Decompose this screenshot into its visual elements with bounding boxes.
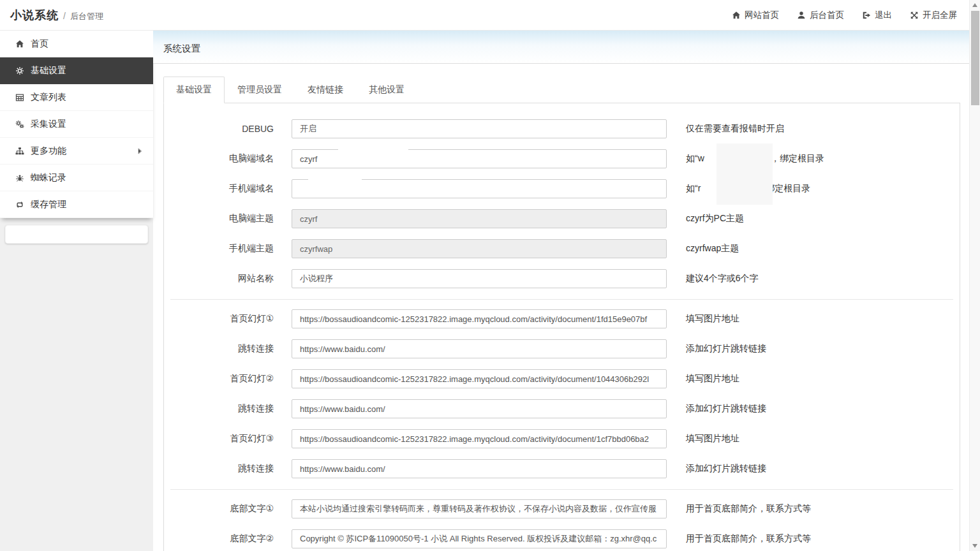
field-label: 跳转连接: [164, 403, 292, 415]
scrollbar-thumb[interactable]: [971, 11, 979, 105]
tab-other-settings[interactable]: 其他设置: [356, 77, 417, 103]
field-label: 首页幻灯③: [164, 433, 292, 444]
redaction-box: [716, 143, 773, 205]
nav-fullscreen[interactable]: 开启全屏: [910, 10, 957, 21]
field-help: 填写图片地址: [686, 313, 739, 325]
sidebar-item-home[interactable]: 首页: [0, 31, 153, 57]
redaction-box: [308, 171, 362, 186]
form-row: 底部文字① 用于首页底部简介，联系方式等: [164, 499, 960, 518]
field-label: 手机端域名: [164, 183, 292, 195]
field-help: 添加幻灯片跳转链接: [686, 463, 766, 474]
footer-text2-input[interactable]: [292, 529, 667, 548]
field-help: 建议4个字或6个字: [686, 273, 759, 284]
form-row: 手机端域名 如“r，绑定根目录: [164, 179, 960, 198]
form-row: 电脑端主题 czyrf为PC主题: [164, 209, 960, 228]
logout-icon: [862, 11, 871, 20]
field-help: 用于首页底部简介，联系方式等: [686, 533, 811, 545]
field-label: 首页幻灯②: [164, 373, 292, 385]
slide2-link-input[interactable]: [292, 399, 667, 418]
slide3-url-input[interactable]: [292, 429, 667, 448]
settings-form: DEBUG 仅在需要查看报错时开启 电脑端域名 如“wm”，绑定根目录 手机端域…: [163, 103, 960, 551]
sitemap-icon: [15, 147, 24, 156]
footer-text1-input[interactable]: [292, 499, 667, 518]
field-help: 填写图片地址: [686, 433, 739, 444]
slide2-url-input[interactable]: [292, 369, 667, 388]
sidebar-item-spider-records[interactable]: 蜘蛛记录: [0, 165, 153, 191]
sidebar: 首页 基础设置 文章列表 采集设置 更多功能 蜘蛛记录: [0, 31, 153, 551]
form-row: 网站名称 建议4个字或6个字: [164, 269, 960, 288]
field-help: czyrfwap主题: [686, 243, 739, 254]
nav-site-home[interactable]: 网站首页: [732, 10, 779, 21]
page-title: 系统设置: [163, 43, 200, 63]
app-title: 小说系统: [10, 8, 59, 23]
table-icon: [15, 93, 24, 102]
field-help: 用于首页底部简介，联系方式等: [686, 503, 811, 515]
spider-icon: [15, 173, 24, 182]
group-divider: [170, 299, 953, 300]
scrollbar-up-arrow-icon[interactable]: [972, 3, 977, 7]
nav-site-home-label: 网站首页: [745, 10, 779, 21]
site-name-input[interactable]: [292, 269, 667, 288]
home-icon: [15, 40, 24, 48]
form-row: 跳转连接 添加幻灯片跳转链接: [164, 399, 960, 418]
nav-logout[interactable]: 退出: [862, 10, 892, 21]
sidebar-item-cache-management[interactable]: 缓存管理: [0, 191, 153, 218]
topnav: 网站首页 后台首页 退出 开启全屏: [732, 10, 957, 21]
slide1-url-input[interactable]: [292, 309, 667, 328]
debug-input[interactable]: [292, 119, 667, 138]
tab-friend-links[interactable]: 友情链接: [295, 77, 356, 103]
breadcrumb-separator: /: [63, 11, 66, 21]
field-help: czyrf为PC主题: [686, 213, 744, 224]
field-label: 跳转连接: [164, 343, 292, 355]
sidebar-item-label: 缓存管理: [31, 199, 66, 210]
field-label: 电脑端域名: [164, 153, 292, 165]
sidebar-item-collect-settings[interactable]: 采集设置: [0, 111, 153, 138]
sidebar-item-label: 首页: [31, 38, 48, 50]
form-row: 跳转连接 添加幻灯片跳转链接: [164, 459, 960, 478]
field-label: 底部文字①: [164, 503, 292, 515]
form-row: 手机端主题 czyrfwap主题: [164, 239, 960, 258]
form-row: 跳转连接 添加幻灯片跳转链接: [164, 339, 960, 358]
nav-logout-label: 退出: [875, 10, 892, 21]
sidebar-item-basic-settings[interactable]: 基础设置: [0, 57, 153, 84]
group-divider: [170, 489, 953, 490]
field-label: 跳转连接: [164, 463, 292, 474]
slide3-link-input[interactable]: [292, 459, 667, 478]
main-content: 系统设置 基础设置 管理员设置 友情链接 其他设置 DEBUG 仅在需要查看报错…: [153, 31, 980, 551]
tab-admin-settings[interactable]: 管理员设置: [225, 77, 295, 103]
sidebar-menu: 首页 基础设置 文章列表 采集设置 更多功能 蜘蛛记录: [0, 31, 153, 218]
topbar: 小说系统 / 后台管理 网站首页 后台首页 退出 开启全屏: [0, 0, 980, 31]
layout: 首页 基础设置 文章列表 采集设置 更多功能 蜘蛛记录: [0, 31, 980, 551]
nav-admin-home[interactable]: 后台首页: [797, 10, 844, 21]
field-help: 添加幻灯片跳转链接: [686, 343, 766, 355]
form-row: 首页幻灯② 填写图片地址: [164, 369, 960, 388]
slide1-link-input[interactable]: [292, 339, 667, 358]
tab-bar: 基础设置 管理员设置 友情链接 其他设置: [163, 77, 960, 103]
sidebar-item-label: 文章列表: [31, 92, 66, 103]
tab-basic-settings[interactable]: 基础设置: [163, 77, 225, 103]
scrollbar-down-arrow-icon[interactable]: [972, 544, 977, 548]
user-icon: [797, 11, 806, 20]
refresh-icon: [15, 200, 24, 209]
sidebar-item-more-functions[interactable]: 更多功能: [0, 138, 153, 165]
brand-area: 小说系统 / 后台管理: [10, 8, 153, 23]
sidebar-footer-box[interactable]: [5, 225, 148, 244]
form-row: 底部文字② 用于首页底部简介，联系方式等: [164, 529, 960, 548]
mobile-theme-input[interactable]: [292, 239, 667, 258]
sidebar-item-label: 采集设置: [31, 119, 66, 130]
page-header: 系统设置: [153, 31, 980, 64]
tabs-area: 基础设置 管理员设置 友情链接 其他设置 DEBUG 仅在需要查看报错时开启 电…: [163, 77, 960, 551]
chevron-right-icon: [135, 147, 144, 156]
sidebar-item-label: 蜘蛛记录: [31, 172, 66, 184]
pc-theme-input[interactable]: [292, 209, 667, 228]
sidebar-item-label: 更多功能: [31, 145, 66, 157]
field-label: 首页幻灯①: [164, 313, 292, 325]
field-label: 网站名称: [164, 273, 292, 284]
nav-admin-home-label: 后台首页: [810, 10, 844, 21]
scrollbar[interactable]: [969, 0, 980, 551]
nav-fullscreen-label: 开启全屏: [923, 10, 957, 21]
sidebar-item-article-list[interactable]: 文章列表: [0, 84, 153, 111]
field-label: 电脑端主题: [164, 213, 292, 224]
form-row: 首页幻灯③ 填写图片地址: [164, 429, 960, 448]
redaction-box: [338, 149, 408, 165]
